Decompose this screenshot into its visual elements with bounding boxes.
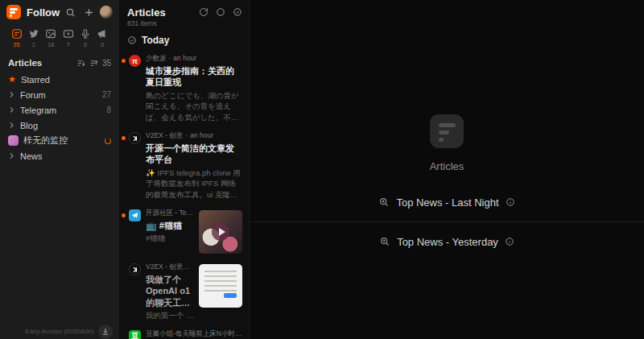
sidebar-item-starred[interactable]: ★ Starred: [0, 72, 119, 87]
section-unread-count: 35: [102, 59, 111, 68]
entry-description: #猫猫: [146, 233, 194, 243]
entry-meta: 开源社区 - Telegram…·2 hours: [146, 209, 194, 218]
list-item[interactable]: V2EX - 创意·an hour 开源一个简洁的文章发布平台 ✨ IPFS t…: [119, 127, 249, 205]
feed-favicon-telegram: [129, 209, 141, 221]
info-icon[interactable]: [506, 197, 515, 207]
add-subscription-icon[interactable]: [82, 5, 96, 19]
megaphone-icon: [97, 28, 108, 39]
feed-favicon-douban: 豆: [129, 330, 141, 339]
unread-dot: [122, 213, 126, 217]
list-item[interactable]: 开源社区 - Telegram…·2 hours 📺 #猫猫 #猫猫: [119, 205, 249, 258]
sort-order-icon[interactable]: [76, 59, 85, 68]
version-label: Early Access (0050A00): [25, 328, 93, 335]
list-header: Articles 831 items: [119, 0, 249, 29]
list-item[interactable]: V2EX - 创意·3 hours 我做了个 OpenAI o1 的聊天工具站，…: [119, 258, 249, 325]
entry-title: 我做了个 OpenAI o1 的聊天工具站，给大家免费试用: [146, 274, 194, 308]
tab-articles[interactable]: 35: [10, 28, 23, 48]
chevron-right-icon: [8, 152, 15, 159]
tab-notifications[interactable]: 0: [96, 28, 109, 48]
entry-title: 城市漫步指南：关西的夏日重现: [146, 65, 242, 89]
top-news-last-night-button[interactable]: Top News - Last Night: [250, 190, 644, 214]
screenshot-thumbnail[interactable]: [199, 264, 242, 308]
info-icon[interactable]: [505, 237, 514, 246]
sidebar-item-telegram[interactable]: Telegram 8: [0, 102, 119, 118]
tab-videos[interactable]: 7: [61, 28, 75, 48]
unread-dot: [122, 59, 126, 63]
tab-social-media[interactable]: 1: [27, 28, 40, 48]
placeholder-logo-icon: [430, 114, 464, 148]
entry-meta: 豆瓣小组-每天睡前上床N小时我们一起聊…·3 hours: [146, 329, 242, 339]
user-avatar[interactable]: [100, 6, 113, 19]
entry-meta: V2EX - 创意·an hour: [146, 131, 242, 141]
feed-favicon-sspai: π: [129, 55, 141, 67]
entry-description: ✨ IPFS telegra.ph clone 用于将数据发布到 IPFS 网络…: [146, 167, 242, 200]
sidebar-item-forum[interactable]: Forum 27: [0, 87, 119, 102]
list-item[interactable]: 豆 豆瓣小组-每天睡前上床N小时我们一起聊…·3 hours 中老年的时光 “一…: [119, 325, 249, 339]
play-icon: [212, 223, 229, 241]
loading-spinner-icon: [105, 138, 111, 144]
sidebar: Follow 35 1 18 7: [0, 0, 119, 339]
download-icon: [101, 328, 109, 336]
entry-description: 島のどこにでも、潮の音が聞こえる。その音を追えば、会える気がした。不管在岛的哪里…: [146, 90, 242, 122]
list-item[interactable]: π 少数派·an hour 城市漫步指南：关西的夏日重现 島のどこにでも、潮の音…: [119, 50, 249, 127]
view-tabs: 35 1 18 7 0 0: [0, 23, 119, 51]
top-news-yesterday-button[interactable]: Top News - Yesterday: [250, 229, 644, 254]
placeholder-label: Articles: [430, 160, 464, 172]
ai-daily-icon: [379, 236, 390, 247]
unread-dot: [122, 136, 126, 140]
entry-meta: V2EX - 创意·3 hours: [146, 263, 194, 272]
star-icon: ★: [8, 75, 16, 84]
microphone-icon: [80, 28, 91, 39]
entry-description: 我的第一个 AI 聊天站上…: [146, 310, 194, 320]
sidebar-item-news[interactable]: News: [0, 148, 119, 163]
tab-pictures[interactable]: 18: [44, 28, 58, 48]
entry-list-column: Articles 831 items Today π 少数派·an hour 城…: [119, 0, 250, 339]
video-thumbnail[interactable]: [199, 210, 242, 254]
mark-all-read-icon[interactable]: [233, 7, 242, 17]
feed-favicon-v2ex: [129, 132, 141, 144]
divider: [250, 221, 644, 222]
articles-icon: [11, 28, 23, 39]
video-icon: [63, 28, 74, 39]
sidebar-footer: Early Access (0050A00): [0, 328, 119, 335]
app-window: Follow 35 1 18 7: [0, 0, 644, 339]
app-title: Follow: [27, 6, 60, 19]
search-icon[interactable]: [64, 5, 77, 19]
ai-daily-icon: [378, 196, 390, 208]
check-circle-icon: [127, 35, 137, 45]
sidebar-item-feed-monitor[interactable]: 梓无的监控: [0, 133, 119, 148]
feed-avatar: [8, 135, 19, 146]
chevron-right-icon: [8, 91, 15, 98]
chevron-right-icon: [8, 122, 15, 129]
entry-meta: 少数派·an hour: [146, 54, 242, 64]
ai-daily-section: Top News - Last Night Top News - Yesterd…: [250, 190, 644, 254]
feed-favicon-v2ex: [129, 263, 141, 275]
list-item-count: 831 items: [127, 19, 241, 27]
refresh-icon[interactable]: [199, 7, 208, 17]
sidebar-header: Follow: [0, 0, 119, 23]
tab-audio[interactable]: 0: [79, 28, 93, 48]
chevron-right-icon: [8, 106, 15, 114]
sidebar-section-header: Articles 35: [0, 51, 119, 72]
unread-only-icon[interactable]: [216, 7, 225, 17]
sidebar-item-blog[interactable]: Blog: [0, 118, 119, 133]
picture-icon: [45, 28, 56, 39]
bird-icon: [28, 28, 39, 39]
entry-title: 📺 #猫猫: [146, 220, 194, 231]
content-pane: Articles Top News - Last Night Top News …: [250, 0, 644, 339]
group-header-today[interactable]: Today: [119, 29, 249, 50]
download-update-button[interactable]: [98, 325, 113, 339]
follow-logo-icon: [6, 5, 21, 19]
entry-title: 开源一个简洁的文章发布平台: [146, 143, 242, 166]
group-view-icon[interactable]: [89, 59, 98, 68]
section-title: Articles: [8, 58, 76, 68]
